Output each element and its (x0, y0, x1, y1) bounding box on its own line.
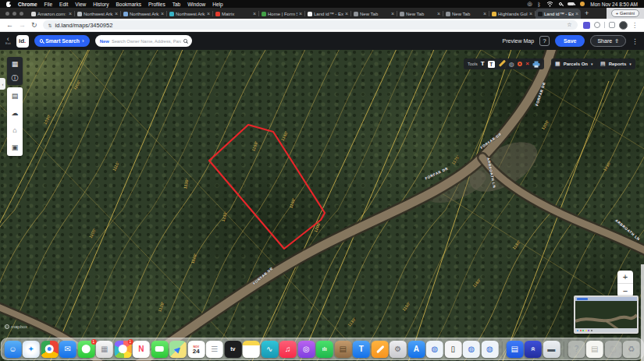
tab-close-icon[interactable]: × (391, 12, 394, 16)
tab-close-icon[interactable]: × (115, 12, 118, 16)
browser-tab-active[interactable]: Land id™ - Exi...× (535, 9, 581, 19)
dock-icon-chrome[interactable] (41, 341, 58, 358)
browser-tab[interactable]: Matrix× (213, 9, 258, 19)
booklet-icon[interactable]: ▤ (12, 92, 19, 100)
dock-icon-messages[interactable]: 1 (77, 341, 94, 358)
dock-icon-remote-desktop-3[interactable]: ◍ (481, 341, 498, 358)
dock-icon-system-settings[interactable]: ⚙ (390, 341, 407, 358)
map-canvas[interactable]: 1100'1090'1110'1100'1130'1120'1150'1160'… (0, 50, 644, 361)
user-switcher-icon[interactable] (580, 2, 585, 6)
browser-tab[interactable]: Land id™ - Exi...× (305, 9, 350, 19)
reload-button[interactable]: ↻ (31, 22, 37, 29)
tab-close-icon[interactable]: × (69, 12, 72, 16)
sidebar-collapse-handle[interactable]: ‹ (0, 78, 5, 90)
preview-map-button[interactable]: Preview Map (503, 38, 534, 44)
spotlight-icon[interactable] (559, 2, 563, 6)
browser-tab[interactable]: Highlands Gol...× (489, 9, 535, 19)
minimap-thumbnail[interactable] (574, 296, 639, 334)
dock-icon-remote-desktop-1[interactable]: ◍ (426, 341, 443, 358)
browser-tab[interactable]: New Tab× (443, 9, 489, 19)
dock-icon-pages[interactable] (371, 341, 388, 358)
address-bar[interactable]: ⇅ id.land/maps/3450952 ☆ (43, 20, 578, 30)
appbar-menu-icon[interactable]: ⋮ (632, 37, 639, 45)
menu-item-bookmarks[interactable]: Bookmarks (116, 2, 141, 7)
basemap-layers-icon[interactable]: ▦ (12, 60, 19, 68)
menu-item-window[interactable]: Window (187, 2, 205, 7)
dock-icon-stacked-notes-app[interactable]: ▤ (586, 341, 603, 358)
building-icon[interactable]: ⌂ (12, 126, 16, 134)
new-tab-button[interactable]: + (585, 9, 589, 17)
save-button[interactable]: Save (555, 35, 585, 47)
browser-tab[interactable]: New Tab× (397, 9, 443, 19)
dock-icon-finder[interactable]: ☺ (4, 341, 21, 358)
print-tool-icon[interactable] (532, 61, 540, 68)
tab-close-icon[interactable]: × (345, 12, 348, 16)
browser-tab[interactable]: Northwest Ark...× (167, 9, 212, 19)
menu-item-history[interactable]: History (93, 2, 109, 7)
globe-tool-icon[interactable]: ◍ (509, 61, 514, 68)
dock-icon-remote-desktop-2[interactable]: ◍ (463, 341, 480, 358)
menu-item-chrome[interactable]: Chrome (18, 2, 37, 7)
chrome-menu-icon[interactable]: ⋮ (632, 22, 638, 29)
browser-tab[interactable]: Amazon.com: N× (29, 9, 74, 19)
dock-icon-teal-wave-app[interactable]: ∿ (261, 341, 278, 358)
dock-icon-trash[interactable]: ♻ (623, 341, 640, 358)
browser-tab[interactable]: Northwest Ark...× (75, 9, 120, 19)
zoom-in-button[interactable]: + (617, 271, 633, 284)
search-input[interactable] (112, 39, 181, 44)
photo-icon[interactable]: ▣ (12, 143, 19, 151)
dock-icon-notes[interactable] (243, 341, 260, 358)
info-icon[interactable]: ⓘ (12, 74, 19, 82)
menu-item-view[interactable]: View (75, 2, 86, 7)
share-button[interactable]: Share ⇧ (590, 35, 626, 47)
map-attribution[interactable]: © mapbox (5, 324, 27, 329)
exit-button[interactable]: ‹ Exit (5, 37, 11, 45)
reports-menu[interactable]: ▤ Reports ▾ (596, 58, 635, 69)
text-tool-icon[interactable]: T (481, 61, 485, 67)
apple-menu-icon[interactable] (6, 2, 11, 7)
gemini-button[interactable]: + Gemini (611, 9, 639, 17)
menu-item-file[interactable]: File (44, 2, 52, 7)
browser-tab[interactable]: Northwest Ark...× (121, 9, 166, 19)
cloud-icon[interactable]: ☁ (12, 109, 19, 117)
dock-icon-podcasts[interactable]: ◎ (297, 341, 315, 358)
parcels-toggle[interactable]: ▦ Parcels On ▾ (551, 58, 597, 69)
url-text[interactable]: id.land/maps/3450952 (55, 22, 113, 29)
dock-icon-calendar[interactable]: NOV24 (187, 341, 205, 358)
extension-pen-icon[interactable] (609, 22, 615, 28)
dock-icon-faded-app[interactable]: ▢ (604, 341, 621, 358)
tab-close-icon[interactable]: × (207, 12, 210, 16)
wifi-icon[interactable] (546, 1, 553, 7)
site-info-icon[interactable]: ⇅ (48, 23, 52, 28)
menu-item-edit[interactable]: Edit (59, 2, 68, 7)
browser-tab[interactable]: Home | Form S...× (259, 9, 304, 19)
tab-close-icon[interactable]: × (575, 12, 578, 16)
menu-item-tab[interactable]: Tab (173, 2, 180, 7)
dock-icon-photos[interactable]: 1 (114, 341, 131, 358)
bluetooth-icon[interactable]: ᛒ (538, 2, 541, 7)
tab-close-icon[interactable]: × (253, 12, 256, 16)
landid-logo[interactable]: id. (16, 35, 29, 48)
dock-icon-blue-tile-app[interactable]: ▤ (506, 341, 523, 358)
search-icon[interactable] (183, 39, 187, 43)
dock-icon-window-app[interactable]: ▬ (543, 341, 560, 358)
draw-tool-icon[interactable] (498, 60, 506, 68)
tab-close-icon[interactable]: × (483, 12, 486, 16)
forward-button[interactable]: → (19, 22, 26, 29)
extension-circle-icon[interactable] (594, 22, 600, 28)
dock-icon-reminders[interactable]: ☰ (206, 341, 223, 358)
dock-icon-safari[interactable]: ✦ (23, 341, 40, 358)
browser-tab[interactable]: New Tab× (351, 9, 397, 19)
menu-clock[interactable]: Mon Nov 24 8:50 AM (590, 2, 638, 7)
menu-item-help[interactable]: Help (212, 2, 222, 7)
tab-close-icon[interactable]: × (529, 12, 532, 16)
dock-icon-iphone-mirroring[interactable]: ▯ (444, 341, 461, 358)
window-controls[interactable] (5, 8, 23, 19)
smart-search-button[interactable]: Smart Search › (34, 35, 90, 47)
label-box-tool-icon[interactable]: T (488, 61, 495, 68)
dock-icon-music[interactable]: ♫ (279, 341, 297, 358)
back-button[interactable]: ← (6, 22, 13, 29)
tab-close-icon[interactable]: × (161, 12, 164, 16)
dock-icon-launchpad[interactable]: ▦ (96, 341, 113, 358)
record-tool-icon[interactable] (518, 62, 523, 67)
